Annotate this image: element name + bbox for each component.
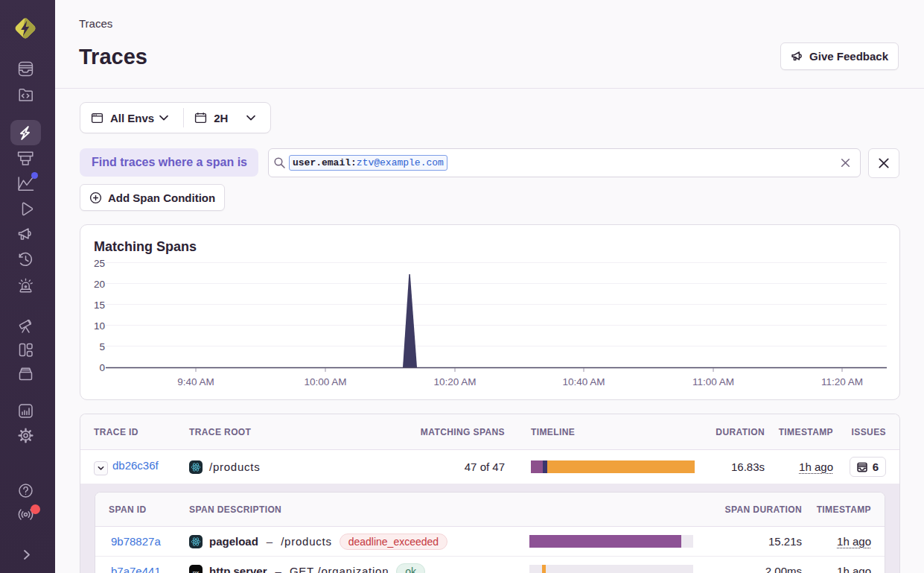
svg-text:10:40 AM: 10:40 AM bbox=[562, 376, 605, 387]
svg-text:15: 15 bbox=[94, 300, 105, 311]
svg-text:10:20 AM: 10:20 AM bbox=[433, 376, 476, 387]
svg-text:10: 10 bbox=[94, 320, 105, 332]
svg-text:20: 20 bbox=[94, 279, 105, 290]
svg-text:25: 25 bbox=[94, 258, 105, 269]
svg-text:9:40 AM: 9:40 AM bbox=[177, 376, 214, 387]
svg-text:11:00 AM: 11:00 AM bbox=[692, 376, 734, 387]
svg-text:11:20 AM: 11:20 AM bbox=[821, 376, 863, 387]
svg-text:0: 0 bbox=[99, 362, 105, 373]
svg-text:10:00 AM: 10:00 AM bbox=[304, 376, 346, 387]
svg-text:5: 5 bbox=[99, 341, 105, 352]
svg-text:px: px bbox=[193, 569, 200, 573]
